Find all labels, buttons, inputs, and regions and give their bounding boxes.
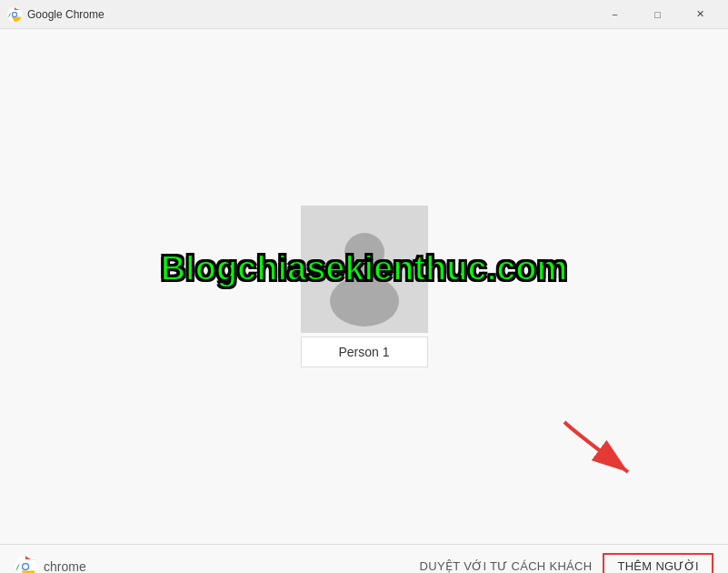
- svg-point-9: [23, 564, 28, 569]
- maximize-button[interactable]: □: [637, 0, 678, 29]
- main-content: Person 1 Blogchiasekienthuc.com: [0, 29, 728, 544]
- bottom-bar: chrome DUYỆT VỚI TƯ CÁCH KHÁCH THÊM NGƯỜ…: [0, 544, 728, 573]
- add-person-button[interactable]: THÊM NGƯỜI: [603, 553, 713, 573]
- bottom-left: chrome: [15, 556, 86, 574]
- guest-button[interactable]: DUYỆT VỚI TƯ CÁCH KHÁCH: [420, 559, 593, 573]
- svg-point-5: [330, 276, 399, 327]
- titlebar: Google Chrome − □ ✕: [0, 0, 728, 29]
- chrome-logo-icon: [15, 556, 36, 574]
- avatar-container: [301, 206, 428, 333]
- bottom-right: DUYỆT VỚI TƯ CÁCH KHÁCH THÊM NGƯỜI: [420, 553, 713, 573]
- chrome-icon: [7, 7, 22, 22]
- minimize-button[interactable]: −: [594, 0, 635, 29]
- titlebar-controls: − □ ✕: [594, 0, 721, 29]
- svg-point-2: [13, 13, 16, 16]
- avatar-icon: [301, 206, 428, 333]
- titlebar-title: Google Chrome: [27, 8, 105, 21]
- titlebar-left: Google Chrome: [7, 7, 105, 22]
- svg-point-4: [344, 233, 384, 273]
- person-name: Person 1: [301, 337, 428, 367]
- arrow-annotation: [555, 413, 646, 489]
- chrome-label: chrome: [44, 559, 86, 574]
- close-button[interactable]: ✕: [680, 0, 721, 29]
- person-card[interactable]: Person 1: [301, 206, 428, 367]
